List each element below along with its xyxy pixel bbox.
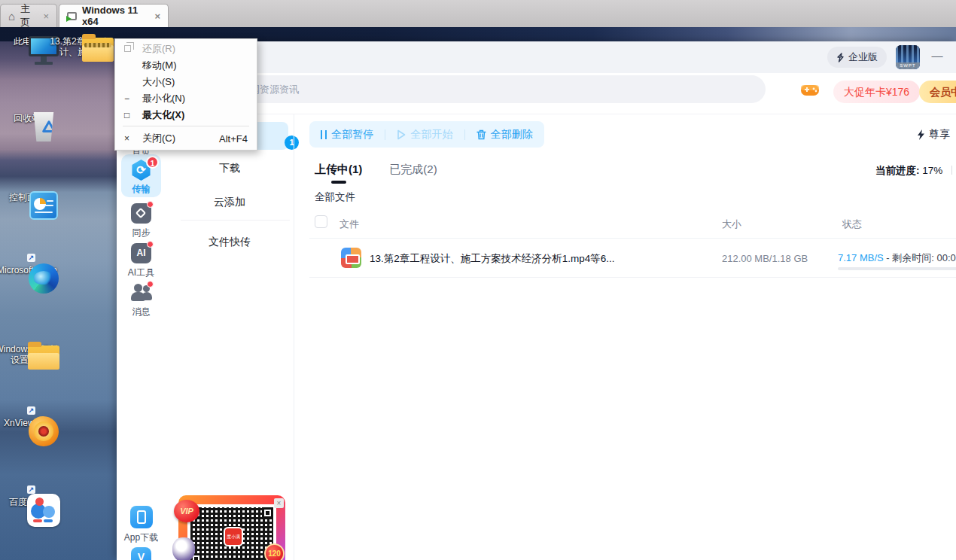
transfer-nav-panel: 1 下载 云添加 文件快传 度小满 VIP — [166, 114, 294, 560]
sidebar-item-sync[interactable]: 同步 — [117, 203, 166, 239]
sidebar-item-app-download[interactable]: App下载 — [117, 506, 166, 544]
mascot-icon — [172, 537, 195, 560]
shortcut-arrow-icon: ↗ — [27, 485, 35, 494]
toolbar-divider — [385, 129, 385, 140]
tab-vm-windows11[interactable]: Windows 11 x64 × — [59, 4, 169, 27]
nav-divider — [181, 220, 290, 221]
file-status: 7.17 MB/S - 剩余时间: 00:02 — [838, 251, 956, 265]
vm-icon — [67, 12, 77, 20]
search-input[interactable] — [186, 75, 766, 103]
shortcut-arrow-icon: ↗ — [27, 254, 35, 262]
nav-item-quick-transfer[interactable]: 文件快传 — [166, 236, 294, 249]
menu-shortcut: Alt+F4 — [219, 133, 248, 145]
upload-speed: 7.17 MB/S — [838, 252, 884, 263]
table-divider — [309, 277, 956, 278]
minimize-icon: − — [124, 93, 142, 104]
desktop-icon-win11-folder[interactable]: Windows11轻松设置1.... — [3, 341, 51, 366]
sidebar-item-messages[interactable]: 消息 — [117, 282, 166, 318]
transfer-main-panel: 全部暂停 全部开始 全部删除 — [294, 114, 956, 560]
tab-home-close-icon[interactable]: × — [43, 11, 49, 21]
minimize-button[interactable]: — — [929, 47, 945, 64]
menu-item-minimize[interactable]: − 最小化(N) — [115, 90, 257, 107]
menu-item-move[interactable]: 移动(M) — [115, 57, 257, 74]
progress-percent: 17% — [922, 165, 942, 176]
window-context-menu: 还原(R) 移动(M) 大小(S) − 最小化(N) □ 最大化(X) × 关闭… — [114, 38, 257, 151]
shortcut-arrow-icon: ↗ — [27, 406, 35, 415]
avatar[interactable]: SWPT — [896, 45, 920, 69]
game-icon[interactable] — [800, 83, 820, 101]
transfer-tabs: 上传中(1) 已完成(2) — [315, 163, 437, 177]
premium-label: 尊享 — [929, 128, 950, 142]
desktop-icon-project-zip[interactable]: 13.第2章工程设计、施工... — [57, 33, 105, 58]
trash-icon — [476, 129, 486, 140]
enterprise-button[interactable]: 企业版 — [827, 47, 887, 68]
ai-tools-icon: AI — [131, 243, 151, 263]
premium-link[interactable]: 尊享 — [917, 128, 950, 142]
menu-item-size[interactable]: 大小(S) — [115, 74, 257, 90]
v-app-icon: V — [131, 547, 151, 560]
promo-annual-card-button[interactable]: 大促年卡¥176 — [833, 81, 920, 103]
app-download-icon — [130, 506, 153, 528]
console-tab-bar: ⌂ 主页 × Windows 11 x64 × — [0, 0, 956, 27]
toolbar-divider — [464, 129, 465, 140]
tab-home[interactable]: ⌂ 主页 × — [0, 4, 57, 27]
file-size: 212.00 MB/1.18 GB — [722, 253, 808, 264]
column-header-file[interactable]: 文件 — [339, 218, 359, 231]
menu-item-label: 大小(S) — [142, 75, 175, 89]
ad-close-icon[interactable]: × — [274, 498, 284, 508]
menu-item-close[interactable]: × 关闭(C) Alt+F4 — [115, 129, 257, 148]
sidebar-item-label: 同步 — [117, 227, 166, 239]
desktop-icon-this-pc[interactable]: 此电脑 — [3, 33, 51, 47]
pause-all-button[interactable]: 全部暂停 — [321, 128, 373, 142]
transfer-toolbar: 全部暂停 全部开始 全部删除 — [309, 121, 544, 148]
menu-item-maximize[interactable]: □ 最大化(X) — [115, 107, 257, 123]
delete-all-button[interactable]: 全部删除 — [476, 128, 533, 142]
tab-completed[interactable]: 已完成(2) — [389, 163, 437, 177]
tab-uploading[interactable]: 上传中(1) — [315, 163, 362, 177]
table-divider — [309, 238, 956, 239]
start-all-label: 全部开始 — [410, 128, 452, 142]
sidebar-item-transfer[interactable]: ⟳ 1 传输 — [121, 154, 161, 197]
vip-badge: VIP — [174, 500, 199, 522]
section-title: 全部文件 — [315, 190, 355, 204]
notification-dot — [147, 281, 154, 288]
desktop-icon-recycle-bin[interactable]: 回收站 — [3, 110, 51, 123]
tab-vm-close-icon[interactable]: × — [154, 11, 160, 21]
sidebar-item-ai-tools[interactable]: AI AI工具 — [117, 243, 166, 279]
transfer-badge: 1 — [146, 156, 159, 169]
progress-summary-label: 当前进度: — [875, 165, 920, 176]
nav-item-cloud-add[interactable]: 云添加 — [166, 196, 294, 209]
menu-item-restore[interactable]: 还原(R) — [115, 41, 257, 57]
qr-center-logo: 度小满 — [224, 527, 243, 546]
avatar-caption: SWPT — [896, 62, 920, 69]
member-center-button[interactable]: 会员中 — [919, 81, 956, 103]
nav-item-download[interactable]: 下载 — [166, 162, 294, 175]
screen: ⌂ 主页 × Windows 11 x64 × 此电脑 13.第2章工程设计、施… — [0, 0, 956, 560]
select-all-checkbox[interactable] — [315, 215, 327, 228]
progress-summary: 当前进度: 17% 7.1 — [875, 164, 956, 178]
desktop-icon-control-panel[interactable]: 控制面板 — [3, 189, 51, 202]
qr-code: 度小满 — [187, 504, 276, 560]
price-badge: 120 — [264, 543, 285, 560]
menu-item-label: 移动(M) — [142, 59, 177, 72]
delete-all-label: 全部删除 — [491, 128, 533, 142]
start-all-button[interactable]: 全部开始 — [397, 128, 452, 142]
desktop-icon-xnview[interactable]: ↗ XnView MP — [3, 415, 51, 428]
tab-home-label: 主页 — [20, 2, 38, 29]
desktop-icon-edge[interactable]: ↗ Microsoft Edge — [3, 262, 51, 275]
upload-progress-bar — [838, 267, 956, 270]
sidebar: 首页 ⟳ 1 传输 同步 AI AI工具 — [117, 114, 166, 560]
sidebar-item-v[interactable]: V — [117, 547, 166, 560]
pause-all-label: 全部暂停 — [331, 128, 373, 142]
menu-item-label: 关闭(C) — [142, 132, 175, 145]
desktop-icon-baidu-pan[interactable]: ↗ 百度网盘 — [3, 494, 51, 507]
column-header-status[interactable]: 状态 — [842, 218, 862, 231]
vip-promo-ad[interactable]: 度小满 VIP 120 × — [178, 495, 285, 560]
menu-item-label: 最小化(N) — [142, 92, 185, 105]
sync-icon — [131, 203, 151, 224]
menu-item-label: 还原(R) — [142, 42, 175, 56]
home-icon: ⌂ — [8, 10, 15, 23]
summary-divider — [951, 166, 952, 175]
sidebar-item-label: App下载 — [117, 531, 166, 544]
column-header-size[interactable]: 大小 — [722, 218, 741, 231]
